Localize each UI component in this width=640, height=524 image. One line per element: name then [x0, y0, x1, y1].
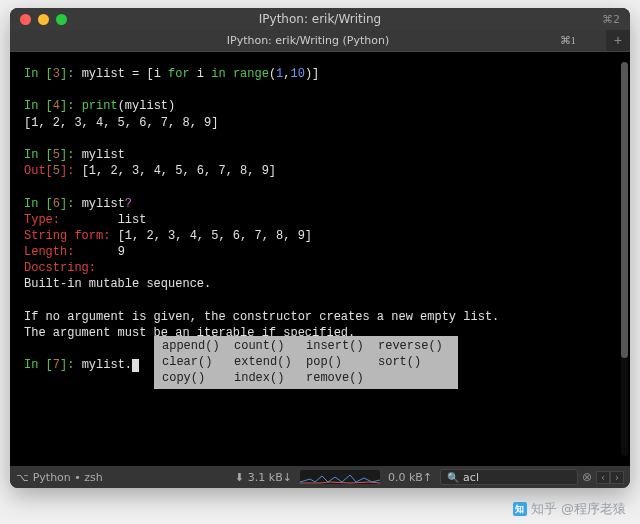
watermark: 知 知乎 @程序老猿 [513, 500, 626, 518]
completion-item[interactable]: clear() [162, 354, 234, 370]
completion-item[interactable]: remove() [306, 370, 378, 386]
completion-row: clear() extend() pop() sort() [162, 354, 450, 370]
close-icon[interactable] [20, 14, 31, 25]
cell-in-4: In [4]: print(mylist) [24, 98, 616, 114]
completion-item[interactable]: index() [234, 370, 306, 386]
status-down: 3.1 kB↓ [248, 471, 292, 484]
search-field[interactable]: 🔍 [440, 469, 578, 485]
window-title: IPython: erik/Writing [259, 12, 382, 26]
completion-item[interactable]: append() [162, 338, 234, 354]
zoom-icon[interactable] [56, 14, 67, 25]
tab-ipython[interactable]: IPython: erik/Writing (Python) ⌘1 [10, 30, 606, 51]
cell-out-4: [1, 2, 3, 4, 5, 6, 7, 8, 9] [24, 115, 616, 131]
completion-row: append() count() insert() reverse() [162, 338, 450, 354]
search-prev-button[interactable]: ‹ [596, 471, 610, 484]
help-doc-1: Built-in mutable sequence. [24, 276, 616, 292]
tabbar: IPython: erik/Writing (Python) ⌘1 + [10, 30, 630, 52]
search-next-button[interactable]: › [610, 471, 624, 484]
tab-label: IPython: erik/Writing (Python) [227, 34, 390, 47]
cell-in-5: In [5]: mylist [24, 147, 616, 163]
completion-row: copy() index() remove() [162, 370, 450, 386]
completion-item[interactable] [378, 370, 450, 386]
clear-search-icon[interactable]: ⊗ [582, 470, 592, 484]
completion-item[interactable]: extend() [234, 354, 306, 370]
search-icon: 🔍 [447, 472, 459, 483]
cell-in-3: In [3]: mylist = [i for i in range(1,10)… [24, 66, 616, 82]
network-graph [300, 470, 380, 484]
completion-item[interactable]: reverse() [378, 338, 450, 354]
search-nav: ‹ › [596, 471, 624, 484]
tab-shortcut: ⌘1 [560, 34, 577, 47]
status-up: 0.0 kB↑ [388, 471, 432, 484]
completion-item[interactable]: count() [234, 338, 306, 354]
completion-item[interactable]: insert() [306, 338, 378, 354]
help-type: Type: list [24, 212, 616, 228]
window-controls [20, 14, 67, 25]
cell-in-6: In [6]: mylist? [24, 196, 616, 212]
minimize-icon[interactable] [38, 14, 49, 25]
branch-icon: ⌥ [16, 471, 29, 484]
terminal-body[interactable]: In [3]: mylist = [i for i in range(1,10)… [10, 52, 630, 466]
completion-item[interactable]: pop() [306, 354, 378, 370]
help-doc-2: If no argument is given, the constructor… [24, 309, 616, 325]
terminal-window: IPython: erik/Writing ⌘2 IPython: erik/W… [10, 8, 630, 488]
new-tab-button[interactable]: + [606, 30, 630, 51]
completion-item[interactable]: copy() [162, 370, 234, 386]
cell-out-5: Out[5]: [1, 2, 3, 4, 5, 6, 7, 8, 9] [24, 163, 616, 179]
status-process[interactable]: ⌥ Python • zsh [16, 471, 103, 484]
help-stringform: String form: [1, 2, 3, 4, 5, 6, 7, 8, 9] [24, 228, 616, 244]
titlebar: IPython: erik/Writing ⌘2 [10, 8, 630, 30]
help-length: Length: 9 [24, 244, 616, 260]
scrollbar[interactable] [621, 62, 628, 456]
search-input[interactable] [463, 471, 523, 484]
window-shortcut: ⌘2 [602, 13, 620, 26]
completion-popup[interactable]: append() count() insert() reverse() clea… [154, 336, 458, 389]
scroll-thumb[interactable] [621, 62, 628, 358]
statusbar: ⌥ Python • zsh ⬇ 3.1 kB↓ 0.0 kB↑ 🔍 ⊗ ‹ › [10, 466, 630, 488]
help-docstring-label: Docstring: [24, 260, 616, 276]
zhihu-logo-icon: 知 [513, 502, 527, 516]
completion-item[interactable]: sort() [378, 354, 450, 370]
status-down-icon: ⬇ [235, 471, 244, 484]
cursor [132, 359, 139, 372]
